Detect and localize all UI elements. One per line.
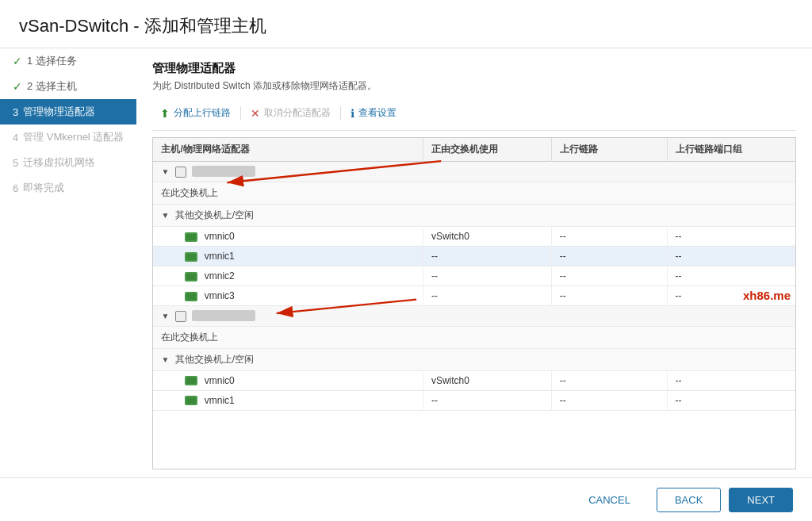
nic-switch: -- — [423, 285, 551, 305]
sidebar-item-manage-vmkernel[interactable]: 4 管理 VMkernel 适配器 — [0, 125, 136, 150]
nic-name: vmnic1 — [205, 251, 235, 262]
content-title: 管理物理适配器 — [152, 61, 796, 76]
sidebar-item-manage-physical[interactable]: 3 管理物理适配器 — [0, 99, 136, 125]
unassign-icon: ✕ — [251, 107, 260, 120]
collapse-icon-other-h2: ▼ — [161, 355, 169, 364]
sidebar-item-ready[interactable]: 6 即将完成 — [0, 175, 136, 201]
nic-uplink-pg: -- — [667, 266, 795, 285]
nic-icon — [185, 376, 197, 385]
step-num-4: 4 — [13, 132, 18, 144]
content-area: 管理物理适配器 为此 Distributed Switch 添加或移除物理网络适… — [136, 48, 812, 477]
toolbar: ⬆ 分配上行链路 ✕ 取消分配适配器 ℹ 查看设置 — [152, 102, 796, 131]
back-button[interactable]: BACK — [657, 488, 721, 512]
info-icon: ℹ — [350, 107, 354, 120]
on-switch-label-h2: 在此交换机上 — [161, 331, 218, 343]
col-uplink: 上行链路 — [551, 138, 667, 162]
step-label-5: 迁移虚拟机网络 — [23, 155, 95, 170]
step-label-4: 管理 VMkernel 适配器 — [23, 130, 124, 144]
nic-uplink: -- — [551, 390, 667, 410]
step-num-5: 5 — [13, 157, 18, 169]
assign-uplink-icon: ⬆ — [160, 107, 170, 120]
check-icon-1: ✓ — [13, 55, 22, 67]
other-group-label-h2: 其他交换机上/空闲 — [175, 354, 254, 365]
nic-name: vmnic2 — [205, 270, 235, 282]
sidebar-item-migrate-vm[interactable]: 5 迁移虚拟机网络 — [0, 150, 136, 175]
cancel-button[interactable]: CANCEL — [570, 488, 649, 512]
check-icon-2: ✓ — [13, 80, 22, 93]
table-row[interactable]: vmnic3 -- -- -- — [153, 285, 795, 305]
content-description: 为此 Distributed Switch 添加或移除物理网络适配器。 — [152, 79, 796, 93]
unassign-adapter-button[interactable]: ✕ 取消分配适配器 — [243, 102, 339, 124]
collapse-icon-other-h1: ▼ — [161, 211, 169, 220]
nic-name: vmnic1 — [205, 395, 235, 406]
nic-switch: vSwitch0 — [423, 370, 551, 390]
step-num-6: 6 — [13, 182, 18, 194]
step-num-3: 3 — [13, 106, 18, 118]
nic-icon — [185, 232, 197, 242]
nic-switch: -- — [423, 246, 551, 266]
step-label-1: 1 选择任务 — [27, 54, 77, 68]
collapse-icon-host2: ▼ — [161, 312, 169, 320]
nic-icon — [185, 252, 197, 262]
assign-uplink-button[interactable]: ⬆ 分配上行链路 — [152, 102, 239, 124]
nic-icon — [185, 396, 197, 405]
nic-uplink: -- — [551, 226, 667, 246]
host2-icon — [175, 311, 186, 322]
nic-uplink: -- — [551, 370, 667, 390]
nic-uplink-pg: -- — [667, 370, 795, 390]
unassign-label: 取消分配适配器 — [264, 106, 331, 120]
col-host-nic: 主机/物理网络适配器 — [153, 138, 423, 162]
adapter-table: 主机/物理网络适配器 正由交换机使用 上行链路 上行链路端口组 ▼ — [153, 138, 795, 411]
host2-on-switch-header: 在此交换机上 — [153, 326, 795, 348]
table-row[interactable]: vmnic0 vSwitch0 -- -- — [153, 370, 795, 390]
nic-icon — [185, 272, 197, 282]
host2-name — [192, 310, 255, 321]
assign-uplink-label: 分配上行链路 — [174, 106, 231, 120]
nic-uplink-pg: -- — [667, 390, 795, 410]
step-label-6: 即将完成 — [23, 181, 64, 195]
nic-switch: -- — [423, 390, 551, 410]
sidebar-item-select-host[interactable]: ✓ 2 选择主机 — [0, 74, 136, 99]
nic-uplink: -- — [551, 285, 667, 305]
host1-on-switch-header: 在此交换机上 — [153, 182, 795, 204]
view-settings-button[interactable]: ℹ 查看设置 — [343, 102, 404, 124]
table-row[interactable]: vmnic2 -- -- -- — [153, 266, 795, 285]
page-title: vSan-DSwitch - 添加和管理主机 — [0, 0, 812, 48]
collapse-icon-host1: ▼ — [161, 167, 169, 176]
nic-name: vmnic3 — [205, 290, 235, 301]
nic-uplink-pg: -- — [667, 226, 795, 246]
host1-icon — [175, 167, 186, 178]
sidebar: ✓ 1 选择任务 ✓ 2 选择主机 3 管理物理适配器 4 管理 VMkerne… — [0, 48, 136, 477]
col-uplink-portgroup: 上行链路端口组 — [667, 138, 795, 162]
nic-name: vmnic0 — [205, 375, 235, 386]
host2-row[interactable]: ▼ — [153, 305, 795, 326]
nic-uplink-pg: -- — [667, 246, 795, 266]
nic-uplink: -- — [551, 266, 667, 285]
sidebar-item-select-task[interactable]: ✓ 1 选择任务 — [0, 48, 136, 74]
next-button[interactable]: NEXT — [729, 488, 793, 512]
nic-uplink: -- — [551, 246, 667, 266]
footer: CANCEL BACK NEXT — [0, 477, 812, 521]
on-switch-label-h1: 在此交换机上 — [161, 187, 218, 198]
other-group-label-h1: 其他交换机上/空闲 — [175, 209, 254, 220]
table-row[interactable]: vmnic0 vSwitch0 -- -- — [153, 226, 795, 246]
table-row[interactable]: vmnic1 -- -- -- — [153, 246, 795, 266]
nic-switch: vSwitch0 — [423, 226, 551, 246]
adapter-table-container[interactable]: 主机/物理网络适配器 正由交换机使用 上行链路 上行链路端口组 ▼ — [152, 137, 796, 469]
step-label-2: 2 选择主机 — [27, 79, 77, 94]
nic-uplink-pg: -- — [667, 285, 795, 305]
nic-name: vmnic0 — [205, 231, 235, 242]
view-settings-label: 查看设置 — [358, 106, 396, 120]
nic-icon — [185, 292, 197, 301]
host1-row[interactable]: ▼ — [153, 162, 795, 182]
host1-other-header: ▼ 其他交换机上/空闲 — [153, 204, 795, 226]
host1-name — [192, 166, 255, 177]
col-switch-used: 正由交换机使用 — [423, 138, 551, 162]
host2-other-header: ▼ 其他交换机上/空闲 — [153, 348, 795, 370]
table-row[interactable]: vmnic1 -- -- -- — [153, 390, 795, 410]
nic-switch: -- — [423, 266, 551, 285]
step-label-3: 管理物理适配器 — [23, 105, 95, 119]
